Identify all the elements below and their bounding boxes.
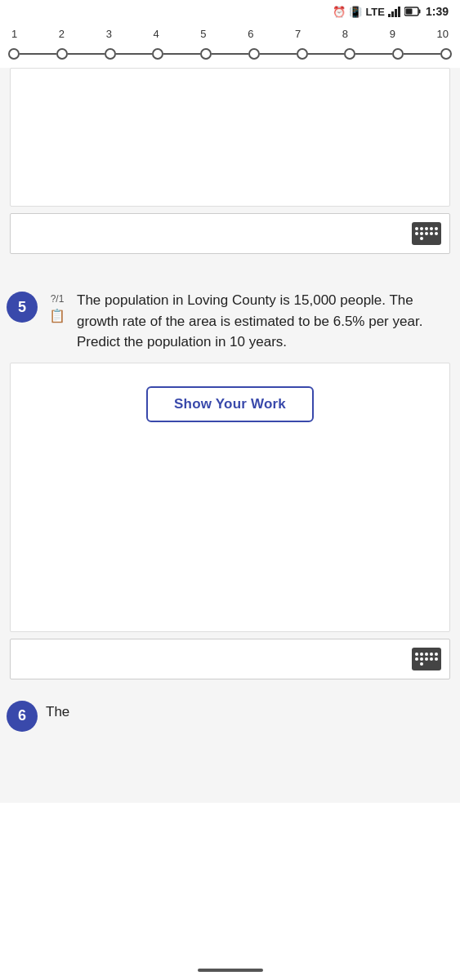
nav-line-2-3 [68,53,105,55]
nav-label-7: 7 [295,28,301,40]
status-icons: ⏰ 📳 LTE 1:39 [333,5,449,18]
nav-label-5: 5 [200,28,206,40]
svg-rect-1 [391,11,394,17]
question-6-badge: 6 [7,701,38,732]
bottom-handle [198,969,263,972]
keyboard-toggle-button-q5[interactable] [412,648,441,670]
nav-line-7-8 [308,53,345,55]
nav-line-4-5 [163,53,200,55]
time-display: 1:39 [426,5,449,18]
question-spacer [0,261,460,280]
signal-bars-icon [388,7,401,17]
answer-input-field-q5[interactable] [19,648,412,670]
svg-rect-6 [405,9,412,15]
keyboard-icon-q5 [415,653,438,666]
nav-dot-1[interactable] [8,48,20,60]
nav-dot-7[interactable] [297,48,308,60]
svg-rect-5 [418,10,420,14]
svg-rect-0 [388,14,391,17]
alarm-icon: ⏰ [333,6,346,18]
nav-line-1-2 [20,53,56,55]
prev-answer-input-field[interactable] [19,222,412,245]
nav-dot-8[interactable] [344,48,355,60]
nav-dot-5[interactable] [200,48,212,60]
nav-dot-4[interactable] [152,48,163,60]
notes-icon: 📋 [49,308,65,323]
nav-line-8-9 [355,53,392,55]
vibrate-icon: 📳 [349,6,362,18]
nav-line-3-4 [116,53,153,55]
question-6-row: 6 The [0,689,460,738]
bottom-nav-bar [0,960,460,980]
question-5-text-col: The population in Loving County is 15,00… [77,290,450,353]
keyboard-icon [415,227,438,240]
nav-label-9: 9 [390,28,395,40]
lte-label: LTE [365,6,385,18]
nav-line-6-7 [260,53,297,55]
nav-dot-10[interactable] [440,48,452,60]
answer-input-box-q5[interactable] [10,639,450,679]
question-5-badge: 5 [7,292,38,323]
work-area: Show Your Work [10,363,450,632]
nav-label-10: 10 [436,28,448,40]
status-bar: ⏰ 📳 LTE 1:39 [0,0,460,21]
nav-dot-6[interactable] [248,48,260,60]
question-5-row: 5 ?/1 📋 The population in Loving County … [0,280,460,359]
nav-label-8: 8 [342,28,348,40]
show-your-work-button[interactable]: Show Your Work [146,386,314,422]
question-5-text: The population in Loving County is 15,00… [77,290,450,353]
question-5-points: ?/1 [51,293,65,305]
nav-dot-9[interactable] [392,48,404,60]
keyboard-toggle-button[interactable] [412,222,441,245]
question-6-partial-text: The [46,704,69,720]
question-nav-bar: 1 2 3 4 5 6 7 8 9 10 [0,21,460,48]
prev-question-answer-area [10,68,450,207]
nav-label-6: 6 [248,28,253,40]
nav-label-4: 4 [153,28,159,40]
nav-dot-3[interactable] [105,48,116,60]
svg-rect-2 [395,9,397,17]
nav-label-1: 1 [11,28,17,40]
nav-label-2: 2 [59,28,65,40]
prev-answer-input-box[interactable] [10,213,450,254]
nav-label-3: 3 [106,28,112,40]
main-content: 5 ?/1 📋 The population in Loving County … [0,68,460,803]
battery-icon [404,7,421,16]
svg-rect-3 [398,7,400,17]
nav-line-5-6 [212,53,248,55]
nav-line-9-10 [404,53,440,55]
nav-dot-2[interactable] [56,48,68,60]
